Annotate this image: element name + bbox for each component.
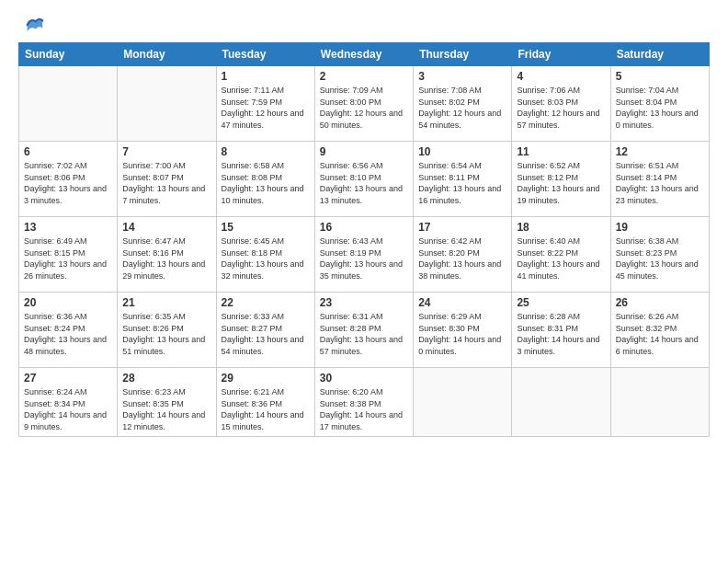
day-number: 23 xyxy=(320,296,408,309)
day-number: 22 xyxy=(222,296,310,309)
day-info: Sunrise: 6:28 AM Sunset: 8:31 PM Dayligh… xyxy=(517,311,605,357)
day-info: Sunrise: 7:04 AM Sunset: 8:04 PM Dayligh… xyxy=(616,85,704,131)
calendar-cell: 14Sunrise: 6:47 AM Sunset: 8:16 PM Dayli… xyxy=(118,217,216,293)
calendar-cell: 16Sunrise: 6:43 AM Sunset: 8:19 PM Dayli… xyxy=(314,217,413,293)
weekday-header: Sunday xyxy=(19,43,118,66)
day-info: Sunrise: 6:33 AM Sunset: 8:27 PM Dayligh… xyxy=(222,311,310,357)
page: SundayMondayTuesdayWednesdayThursdayFrid… xyxy=(0,0,728,563)
day-info: Sunrise: 6:24 AM Sunset: 8:34 PM Dayligh… xyxy=(24,386,112,432)
day-info: Sunrise: 6:47 AM Sunset: 8:16 PM Dayligh… xyxy=(122,236,210,282)
calendar-table: SundayMondayTuesdayWednesdayThursdayFrid… xyxy=(18,42,710,437)
calendar-cell: 4Sunrise: 7:06 AM Sunset: 8:03 PM Daylig… xyxy=(512,66,610,142)
day-info: Sunrise: 6:26 AM Sunset: 8:32 PM Dayligh… xyxy=(616,311,704,357)
calendar-cell: 22Sunrise: 6:33 AM Sunset: 8:27 PM Dayli… xyxy=(216,293,314,368)
weekday-header: Friday xyxy=(512,43,610,66)
weekday-header: Tuesday xyxy=(216,43,314,66)
day-info: Sunrise: 6:40 AM Sunset: 8:22 PM Dayligh… xyxy=(517,236,605,282)
calendar-cell: 11Sunrise: 6:52 AM Sunset: 8:12 PM Dayli… xyxy=(512,142,610,217)
day-info: Sunrise: 6:35 AM Sunset: 8:26 PM Dayligh… xyxy=(122,311,210,357)
day-number: 9 xyxy=(320,145,408,158)
calendar-cell xyxy=(512,368,610,437)
calendar-week-row: 13Sunrise: 6:49 AM Sunset: 8:15 PM Dayli… xyxy=(19,217,710,293)
calendar-cell: 8Sunrise: 6:58 AM Sunset: 8:08 PM Daylig… xyxy=(216,142,314,217)
day-number: 13 xyxy=(24,221,112,234)
logo-icon xyxy=(24,15,44,35)
day-info: Sunrise: 6:54 AM Sunset: 8:11 PM Dayligh… xyxy=(418,160,506,206)
day-info: Sunrise: 7:11 AM Sunset: 7:59 PM Dayligh… xyxy=(222,85,310,131)
day-number: 15 xyxy=(222,221,310,234)
day-number: 18 xyxy=(517,221,605,234)
calendar-week-row: 6Sunrise: 7:02 AM Sunset: 8:06 PM Daylig… xyxy=(19,142,710,217)
calendar-cell: 17Sunrise: 6:42 AM Sunset: 8:20 PM Dayli… xyxy=(414,217,512,293)
day-info: Sunrise: 6:58 AM Sunset: 8:08 PM Dayligh… xyxy=(222,160,310,206)
day-number: 2 xyxy=(320,70,408,83)
weekday-header-row: SundayMondayTuesdayWednesdayThursdayFrid… xyxy=(19,43,710,66)
weekday-header: Thursday xyxy=(414,43,512,66)
day-info: Sunrise: 6:29 AM Sunset: 8:30 PM Dayligh… xyxy=(418,311,506,357)
day-number: 26 xyxy=(616,296,704,309)
calendar-cell xyxy=(414,368,512,437)
day-info: Sunrise: 6:52 AM Sunset: 8:12 PM Dayligh… xyxy=(517,160,605,206)
weekday-header: Saturday xyxy=(610,43,709,66)
calendar-cell: 10Sunrise: 6:54 AM Sunset: 8:11 PM Dayli… xyxy=(414,142,512,217)
day-number: 7 xyxy=(122,145,210,158)
calendar-cell: 1Sunrise: 7:11 AM Sunset: 7:59 PM Daylig… xyxy=(216,66,314,142)
day-number: 6 xyxy=(24,145,112,158)
header xyxy=(18,15,710,35)
day-info: Sunrise: 6:36 AM Sunset: 8:24 PM Dayligh… xyxy=(24,311,112,357)
day-number: 8 xyxy=(222,145,310,158)
calendar-cell xyxy=(610,368,709,437)
day-info: Sunrise: 6:31 AM Sunset: 8:28 PM Dayligh… xyxy=(320,311,408,357)
calendar-cell: 29Sunrise: 6:21 AM Sunset: 8:36 PM Dayli… xyxy=(216,368,314,437)
day-info: Sunrise: 6:38 AM Sunset: 8:23 PM Dayligh… xyxy=(616,236,704,282)
calendar-cell: 30Sunrise: 6:20 AM Sunset: 8:38 PM Dayli… xyxy=(314,368,413,437)
day-info: Sunrise: 6:56 AM Sunset: 8:10 PM Dayligh… xyxy=(320,160,408,206)
calendar-cell: 7Sunrise: 7:00 AM Sunset: 8:07 PM Daylig… xyxy=(118,142,216,217)
calendar-cell: 12Sunrise: 6:51 AM Sunset: 8:14 PM Dayli… xyxy=(610,142,709,217)
calendar-cell xyxy=(19,66,118,142)
calendar-cell: 26Sunrise: 6:26 AM Sunset: 8:32 PM Dayli… xyxy=(610,293,709,368)
calendar-cell: 20Sunrise: 6:36 AM Sunset: 8:24 PM Dayli… xyxy=(19,293,118,368)
calendar-cell: 24Sunrise: 6:29 AM Sunset: 8:30 PM Dayli… xyxy=(414,293,512,368)
day-number: 25 xyxy=(517,296,605,309)
calendar-cell: 27Sunrise: 6:24 AM Sunset: 8:34 PM Dayli… xyxy=(19,368,118,437)
calendar-week-row: 1Sunrise: 7:11 AM Sunset: 7:59 PM Daylig… xyxy=(19,66,710,142)
calendar-cell xyxy=(118,66,216,142)
day-info: Sunrise: 6:49 AM Sunset: 8:15 PM Dayligh… xyxy=(24,236,112,282)
day-number: 30 xyxy=(320,372,408,385)
day-info: Sunrise: 6:23 AM Sunset: 8:35 PM Dayligh… xyxy=(122,386,210,432)
day-number: 11 xyxy=(517,145,605,158)
calendar-cell: 23Sunrise: 6:31 AM Sunset: 8:28 PM Dayli… xyxy=(314,293,413,368)
calendar-cell: 15Sunrise: 6:45 AM Sunset: 8:18 PM Dayli… xyxy=(216,217,314,293)
calendar-cell: 3Sunrise: 7:08 AM Sunset: 8:02 PM Daylig… xyxy=(414,66,512,142)
weekday-header: Wednesday xyxy=(314,43,413,66)
calendar-cell: 25Sunrise: 6:28 AM Sunset: 8:31 PM Dayli… xyxy=(512,293,610,368)
calendar-cell: 21Sunrise: 6:35 AM Sunset: 8:26 PM Dayli… xyxy=(118,293,216,368)
day-info: Sunrise: 7:06 AM Sunset: 8:03 PM Dayligh… xyxy=(517,85,605,131)
day-info: Sunrise: 7:02 AM Sunset: 8:06 PM Dayligh… xyxy=(24,160,112,206)
day-number: 21 xyxy=(122,296,210,309)
day-number: 14 xyxy=(122,221,210,234)
day-number: 10 xyxy=(418,145,506,158)
day-info: Sunrise: 6:21 AM Sunset: 8:36 PM Dayligh… xyxy=(222,386,310,432)
day-number: 16 xyxy=(320,221,408,234)
calendar-cell: 9Sunrise: 6:56 AM Sunset: 8:10 PM Daylig… xyxy=(314,142,413,217)
calendar-cell: 5Sunrise: 7:04 AM Sunset: 8:04 PM Daylig… xyxy=(610,66,709,142)
calendar-week-row: 27Sunrise: 6:24 AM Sunset: 8:34 PM Dayli… xyxy=(19,368,710,437)
day-info: Sunrise: 6:42 AM Sunset: 8:20 PM Dayligh… xyxy=(418,236,506,282)
day-info: Sunrise: 6:45 AM Sunset: 8:18 PM Dayligh… xyxy=(222,236,310,282)
day-info: Sunrise: 6:51 AM Sunset: 8:14 PM Dayligh… xyxy=(616,160,704,206)
day-number: 12 xyxy=(616,145,704,158)
day-number: 24 xyxy=(418,296,506,309)
calendar-cell: 19Sunrise: 6:38 AM Sunset: 8:23 PM Dayli… xyxy=(610,217,709,293)
day-number: 17 xyxy=(418,221,506,234)
day-number: 4 xyxy=(517,70,605,83)
day-info: Sunrise: 6:43 AM Sunset: 8:19 PM Dayligh… xyxy=(320,236,408,282)
day-number: 3 xyxy=(418,70,506,83)
logo xyxy=(18,15,44,35)
day-number: 27 xyxy=(24,372,112,385)
day-info: Sunrise: 7:08 AM Sunset: 8:02 PM Dayligh… xyxy=(418,85,506,131)
calendar-week-row: 20Sunrise: 6:36 AM Sunset: 8:24 PM Dayli… xyxy=(19,293,710,368)
day-number: 19 xyxy=(616,221,704,234)
calendar-cell: 13Sunrise: 6:49 AM Sunset: 8:15 PM Dayli… xyxy=(19,217,118,293)
